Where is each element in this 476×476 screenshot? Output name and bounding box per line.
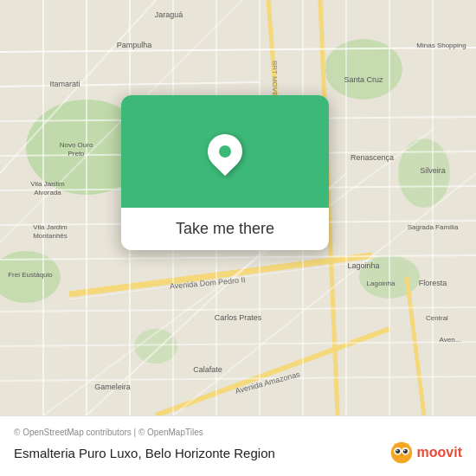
svg-point-6 <box>134 329 177 363</box>
svg-text:Montanhês: Montanhês <box>33 232 68 240</box>
attribution-text: © OpenStreetMap contributors | © OpenMap… <box>14 428 462 437</box>
svg-text:Preto: Preto <box>68 150 85 158</box>
moovit-logo: moovit <box>389 441 462 465</box>
svg-text:Lagoinha: Lagoinha <box>347 261 379 270</box>
svg-text:Alvorada: Alvorada <box>34 189 61 196</box>
svg-point-71 <box>402 449 407 453</box>
location-pin <box>206 132 244 170</box>
svg-text:BRT MOVE: BRT MOVE <box>271 61 279 97</box>
svg-text:Jaraguá: Jaraguá <box>155 10 183 19</box>
svg-text:Renascença: Renascença <box>351 153 394 162</box>
svg-text:Frei Eustáquio: Frei Eustáquio <box>8 271 53 279</box>
location-row: Esmalteria Puro Luxo, Belo Horizonte Reg… <box>14 441 462 465</box>
svg-point-72 <box>396 450 397 452</box>
destination-card: Take me there <box>121 95 329 250</box>
svg-text:Itamarati: Itamarati <box>49 80 80 88</box>
svg-text:Vila Jardim: Vila Jardim <box>33 223 68 231</box>
svg-text:Sagrada Família: Sagrada Família <box>408 223 459 231</box>
svg-text:Calafate: Calafate <box>193 365 222 374</box>
take-me-there-button[interactable]: Take me there <box>176 220 274 238</box>
svg-text:Santa Cruz: Santa Cruz <box>344 75 383 84</box>
moovit-text: moovit <box>417 445 462 460</box>
svg-text:Aven...: Aven... <box>440 336 461 344</box>
svg-text:Minas Shopping: Minas Shopping <box>416 42 466 49</box>
card-button-section: Take me there <box>121 208 329 250</box>
card-map-green <box>121 95 329 208</box>
svg-text:Lagoinha: Lagoinha <box>367 280 396 287</box>
pin-shape <box>201 127 250 177</box>
svg-text:Carlos Prates: Carlos Prates <box>215 313 262 322</box>
svg-text:Silveira: Silveira <box>420 166 446 175</box>
svg-text:Central: Central <box>426 314 448 322</box>
svg-point-67 <box>390 442 412 464</box>
svg-point-73 <box>403 450 405 452</box>
map-container: BRT MOVE BRT MOVE Jaraguá Pampulha Itama… <box>0 0 476 415</box>
pin-inner-dot <box>219 145 231 158</box>
svg-point-70 <box>396 449 400 453</box>
svg-text:Vila Jardim: Vila Jardim <box>30 180 65 188</box>
moovit-icon <box>389 441 414 465</box>
location-label: Esmalteria Puro Luxo, Belo Horizonte Reg… <box>14 446 275 460</box>
svg-text:Floresta: Floresta <box>419 279 447 287</box>
svg-text:Gameleira: Gameleira <box>94 383 131 391</box>
bottom-bar: © OpenStreetMap contributors | © OpenMap… <box>0 415 476 476</box>
svg-text:Pampulha: Pampulha <box>117 41 152 49</box>
svg-text:Novo Ouro: Novo Ouro <box>60 141 93 149</box>
